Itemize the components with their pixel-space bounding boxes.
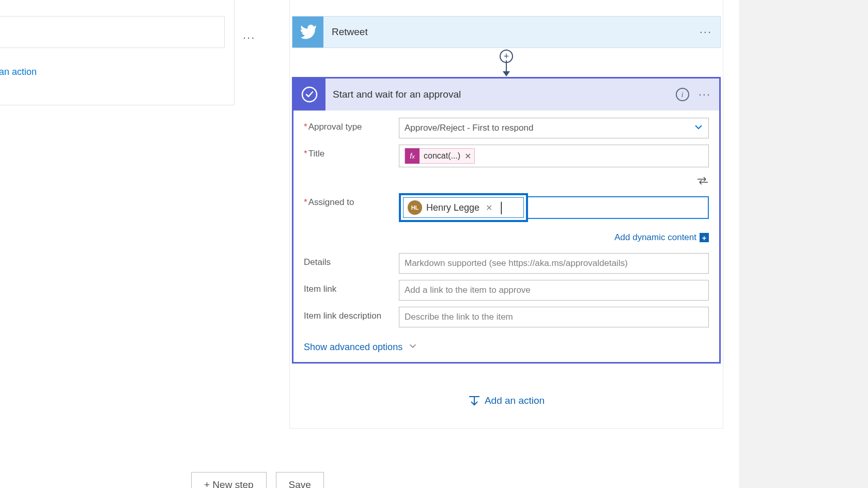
assigned-to-label: *Assigned to bbox=[304, 193, 399, 208]
retweet-card[interactable]: Retweet ··· bbox=[292, 16, 721, 48]
right-gutter bbox=[739, 0, 868, 488]
title-input[interactable]: fx concat(...) ✕ bbox=[399, 145, 709, 167]
approval-header[interactable]: Start and wait for an approval i ··· bbox=[293, 78, 719, 111]
approval-type-label: *Approval type bbox=[304, 118, 399, 132]
arrow-icon bbox=[506, 60, 507, 76]
retweet-title: Retweet bbox=[332, 26, 368, 38]
dynamic-content-plus-icon[interactable]: + bbox=[700, 233, 709, 242]
approval-icon bbox=[293, 78, 326, 111]
remove-person-icon[interactable]: ✕ bbox=[486, 203, 492, 213]
token-label: concat(...) bbox=[424, 151, 460, 161]
item-link-input[interactable] bbox=[399, 280, 709, 301]
add-action-left-label: Add an action bbox=[0, 67, 37, 77]
approval-menu[interactable]: ··· bbox=[699, 88, 711, 101]
add-action-bottom[interactable]: Add an action bbox=[462, 391, 551, 411]
item-link-desc-input[interactable] bbox=[399, 307, 709, 327]
add-action-bottom-label: Add an action bbox=[485, 395, 545, 406]
chevron-down-icon bbox=[694, 122, 703, 134]
save-button[interactable]: Save bbox=[276, 472, 324, 488]
insert-action-icon bbox=[468, 396, 479, 406]
assigned-to-input[interactable]: HL Henry Legge ✕ │ bbox=[403, 197, 524, 218]
switch-input-mode-icon[interactable] bbox=[696, 177, 709, 187]
text-cursor-icon: │ bbox=[499, 202, 505, 214]
left-branch-container: Add an action bbox=[0, 0, 235, 105]
new-step-button[interactable]: + New step bbox=[191, 472, 267, 488]
person-name: Henry Legge bbox=[426, 202, 479, 213]
flow-connector: + bbox=[498, 48, 515, 76]
chevron-down-icon bbox=[409, 342, 417, 353]
approval-type-select[interactable]: Approve/Reject - First to respond bbox=[399, 118, 709, 138]
details-label: Details bbox=[304, 253, 399, 267]
show-advanced-toggle[interactable]: Show advanced options bbox=[304, 342, 417, 353]
retweet-menu[interactable]: ··· bbox=[700, 25, 712, 39]
left-card-menu[interactable]: ··· bbox=[243, 31, 255, 44]
main-flow-column: Retweet ··· + Start and wait for an appr… bbox=[289, 0, 723, 429]
info-icon[interactable]: i bbox=[676, 88, 689, 101]
item-link-label: Item link bbox=[304, 280, 399, 294]
person-chip[interactable]: HL Henry Legge ✕ bbox=[408, 200, 492, 215]
approval-card: Start and wait for an approval i ··· *Ap… bbox=[292, 77, 721, 364]
approval-type-value: Approve/Reject - First to respond bbox=[405, 123, 533, 133]
add-dynamic-content-link[interactable]: Add dynamic content bbox=[614, 232, 696, 243]
approval-title: Start and wait for an approval bbox=[333, 89, 461, 100]
item-link-desc-label: Item link description bbox=[304, 307, 399, 321]
show-advanced-label: Show advanced options bbox=[304, 342, 402, 353]
title-label: *Title bbox=[304, 145, 399, 159]
twitter-icon bbox=[292, 17, 323, 48]
remove-token-icon[interactable]: ✕ bbox=[464, 151, 471, 161]
avatar: HL bbox=[408, 200, 422, 215]
fx-icon: fx bbox=[405, 148, 420, 164]
left-action-slot bbox=[0, 16, 225, 48]
details-input[interactable] bbox=[399, 253, 709, 274]
expression-token[interactable]: fx concat(...) ✕ bbox=[405, 148, 475, 164]
assigned-to-highlight: HL Henry Legge ✕ │ bbox=[399, 193, 528, 222]
add-action-left[interactable]: Add an action bbox=[0, 62, 43, 82]
